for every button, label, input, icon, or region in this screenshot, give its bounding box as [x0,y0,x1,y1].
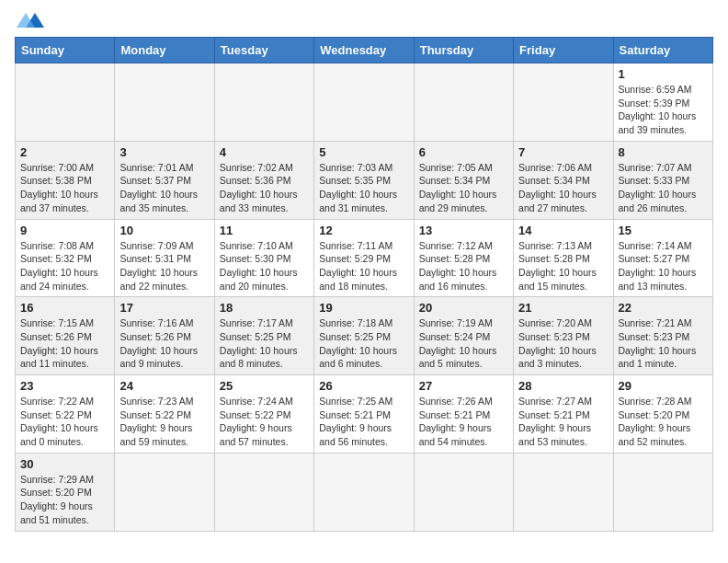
day-info: Sunrise: 7:18 AMSunset: 5:25 PMDaylight:… [319,316,408,371]
day-info: Sunrise: 7:16 AMSunset: 5:26 PMDaylight:… [119,316,209,371]
calendar-cell: 14Sunrise: 7:13 AMSunset: 5:28 PMDayligh… [514,219,613,297]
day-header-tuesday: Tuesday [214,38,313,63]
calendar-cell [214,453,313,531]
calendar-cell [115,453,214,531]
calendar-cell [414,453,513,531]
calendar-cell: 1Sunrise: 6:59 AMSunset: 5:39 PMDaylight… [613,63,712,142]
calendar-week-row: 9Sunrise: 7:08 AMSunset: 5:32 PMDaylight… [16,219,713,297]
day-info: Sunrise: 7:27 AMSunset: 5:21 PMDaylight:… [518,395,608,449]
calendar-cell [115,63,214,142]
day-number: 15 [619,224,708,237]
day-number: 12 [319,224,408,237]
day-number: 29 [619,379,708,393]
day-info: Sunrise: 7:11 AMSunset: 5:29 PMDaylight:… [319,239,408,293]
day-number: 25 [220,379,309,393]
calendar-cell: 6Sunrise: 7:05 AMSunset: 5:34 PMDaylight… [414,141,513,219]
calendar-cell: 5Sunrise: 7:03 AMSunset: 5:35 PMDaylight… [314,141,414,219]
calendar-cell: 15Sunrise: 7:14 AMSunset: 5:27 PMDayligh… [613,219,712,297]
calendar-cell: 13Sunrise: 7:12 AMSunset: 5:28 PMDayligh… [414,219,513,297]
day-info: Sunrise: 7:07 AMSunset: 5:33 PMDaylight:… [619,161,708,215]
day-info: Sunrise: 7:06 AMSunset: 5:34 PMDaylight:… [518,161,608,215]
calendar-cell [514,453,613,531]
calendar-cell: 30Sunrise: 7:29 AMSunset: 5:20 PMDayligh… [16,453,115,531]
day-header-wednesday: Wednesday [314,38,414,63]
calendar-cell: 12Sunrise: 7:11 AMSunset: 5:29 PMDayligh… [314,219,414,297]
calendar-cell: 8Sunrise: 7:07 AMSunset: 5:33 PMDaylight… [613,141,712,219]
day-info: Sunrise: 7:21 AMSunset: 5:23 PMDaylight:… [619,316,708,371]
day-info: Sunrise: 7:23 AMSunset: 5:22 PMDaylight:… [119,395,209,449]
day-info: Sunrise: 7:19 AMSunset: 5:24 PMDaylight:… [419,316,508,371]
calendar-cell [214,63,313,142]
day-info: Sunrise: 7:13 AMSunset: 5:28 PMDaylight:… [518,239,608,293]
day-number: 19 [319,301,408,315]
calendar-header-row: SundayMondayTuesdayWednesdayThursdayFrid… [16,38,713,63]
day-header-monday: Monday [115,38,214,63]
calendar-cell: 28Sunrise: 7:27 AMSunset: 5:21 PMDayligh… [514,375,613,454]
day-info: Sunrise: 7:15 AMSunset: 5:26 PMDaylight:… [20,316,109,371]
day-header-thursday: Thursday [414,38,513,63]
calendar-cell: 10Sunrise: 7:09 AMSunset: 5:31 PMDayligh… [115,219,214,297]
calendar-cell: 23Sunrise: 7:22 AMSunset: 5:22 PMDayligh… [16,375,115,454]
calendar-cell: 26Sunrise: 7:25 AMSunset: 5:21 PMDayligh… [314,375,414,454]
day-info: Sunrise: 7:10 AMSunset: 5:30 PMDaylight:… [220,239,309,293]
day-header-saturday: Saturday [613,38,712,63]
day-number: 10 [119,224,209,237]
day-info: Sunrise: 7:20 AMSunset: 5:23 PMDaylight:… [518,316,608,371]
day-info: Sunrise: 7:17 AMSunset: 5:25 PMDaylight:… [220,316,309,371]
calendar-week-row: 2Sunrise: 7:00 AMSunset: 5:38 PMDaylight… [16,141,713,219]
day-info: Sunrise: 7:08 AMSunset: 5:32 PMDaylight:… [20,239,109,293]
day-header-sunday: Sunday [16,38,115,63]
calendar-week-row: 1Sunrise: 6:59 AMSunset: 5:39 PMDaylight… [16,63,713,142]
day-number: 11 [220,224,309,237]
calendar-cell [314,63,414,142]
calendar-cell: 19Sunrise: 7:18 AMSunset: 5:25 PMDayligh… [314,297,414,375]
day-header-friday: Friday [514,38,613,63]
day-number: 5 [319,145,408,159]
calendar-cell: 20Sunrise: 7:19 AMSunset: 5:24 PMDayligh… [414,297,513,375]
day-number: 28 [518,379,608,393]
day-info: Sunrise: 7:02 AMSunset: 5:36 PMDaylight:… [220,161,309,215]
day-number: 26 [319,379,408,393]
calendar-cell: 24Sunrise: 7:23 AMSunset: 5:22 PMDayligh… [115,375,214,454]
day-info: Sunrise: 7:03 AMSunset: 5:35 PMDaylight:… [319,161,408,215]
day-info: Sunrise: 7:01 AMSunset: 5:37 PMDaylight:… [119,161,209,215]
day-info: Sunrise: 7:12 AMSunset: 5:28 PMDaylight:… [419,239,508,293]
day-info: Sunrise: 7:26 AMSunset: 5:21 PMDaylight:… [419,395,508,449]
logo-area [15,15,44,29]
day-number: 17 [119,301,209,315]
day-info: Sunrise: 7:14 AMSunset: 5:27 PMDaylight:… [619,239,708,293]
calendar-cell: 29Sunrise: 7:28 AMSunset: 5:20 PMDayligh… [613,375,712,454]
calendar-cell: 2Sunrise: 7:00 AMSunset: 5:38 PMDaylight… [16,141,115,219]
day-info: Sunrise: 7:09 AMSunset: 5:31 PMDaylight:… [119,239,209,293]
day-info: Sunrise: 7:00 AMSunset: 5:38 PMDaylight:… [20,161,109,215]
calendar-cell: 16Sunrise: 7:15 AMSunset: 5:26 PMDayligh… [16,297,115,375]
day-number: 3 [119,145,209,159]
calendar-cell: 22Sunrise: 7:21 AMSunset: 5:23 PMDayligh… [613,297,712,375]
day-number: 16 [20,301,109,315]
calendar-cell [613,453,712,531]
calendar-cell: 21Sunrise: 7:20 AMSunset: 5:23 PMDayligh… [514,297,613,375]
day-number: 20 [419,301,508,315]
day-number: 7 [518,145,608,159]
calendar-cell: 27Sunrise: 7:26 AMSunset: 5:21 PMDayligh… [414,375,513,454]
day-info: Sunrise: 7:28 AMSunset: 5:20 PMDaylight:… [619,395,708,449]
calendar-cell: 18Sunrise: 7:17 AMSunset: 5:25 PMDayligh… [214,297,313,375]
day-number: 14 [518,224,608,237]
calendar-cell: 4Sunrise: 7:02 AMSunset: 5:36 PMDaylight… [214,141,313,219]
day-number: 21 [518,301,608,315]
calendar-week-row: 16Sunrise: 7:15 AMSunset: 5:26 PMDayligh… [16,297,713,375]
day-number: 24 [119,379,209,393]
day-number: 23 [20,379,109,393]
day-info: Sunrise: 7:25 AMSunset: 5:21 PMDaylight:… [319,395,408,449]
header [15,15,713,29]
calendar-cell: 17Sunrise: 7:16 AMSunset: 5:26 PMDayligh… [115,297,214,375]
calendar-cell [414,63,513,142]
day-info: Sunrise: 6:59 AMSunset: 5:39 PMDaylight:… [619,83,708,137]
day-number: 30 [20,457,109,471]
day-number: 27 [419,379,508,393]
calendar-cell [16,63,115,142]
calendar-cell: 11Sunrise: 7:10 AMSunset: 5:30 PMDayligh… [214,219,313,297]
day-number: 18 [220,301,309,315]
day-info: Sunrise: 7:05 AMSunset: 5:34 PMDaylight:… [419,161,508,215]
calendar-cell [314,453,414,531]
